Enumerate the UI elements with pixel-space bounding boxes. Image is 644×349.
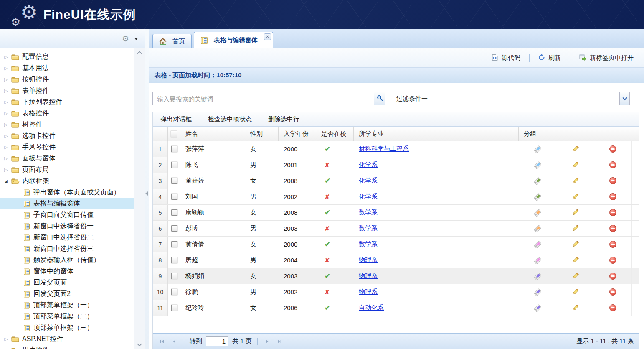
tab-close-icon[interactable]: ✕ bbox=[264, 33, 271, 40]
expand-arrow-icon[interactable]: ▷ bbox=[4, 54, 11, 60]
open-new-tab-button[interactable]: 新标签页中打开 bbox=[575, 52, 637, 64]
sidebar-subitem[interactable]: 弹出窗体（本页面或父页面） bbox=[0, 187, 134, 198]
delete-button[interactable] bbox=[609, 161, 616, 168]
edit-pencil-button[interactable] bbox=[571, 145, 579, 153]
scroll-up-icon[interactable] bbox=[137, 51, 142, 54]
delete-button[interactable] bbox=[609, 241, 616, 248]
expand-arrow-icon[interactable]: ▷ bbox=[4, 99, 11, 105]
delete-button[interactable] bbox=[609, 177, 616, 184]
next-page-button[interactable] bbox=[263, 337, 271, 346]
sidebar-subitem[interactable]: 顶部菜单框架（三） bbox=[0, 322, 134, 334]
row-checkbox[interactable] bbox=[171, 241, 177, 247]
sidebar-item[interactable]: ▷表格控件 bbox=[0, 108, 134, 119]
expand-arrow-icon[interactable]: ▷ bbox=[4, 167, 11, 173]
sidebar-item[interactable]: ▷页面布局 bbox=[0, 164, 134, 176]
grid-toolbar-button[interactable]: 删除选中行 bbox=[263, 114, 304, 125]
sidebar-item[interactable]: ▷下拉列表控件 bbox=[0, 97, 134, 108]
delete-button[interactable] bbox=[609, 209, 616, 216]
sidebar-subitem[interactable]: 窗体中的窗体 bbox=[0, 266, 134, 277]
expand-arrow-icon[interactable]: ▷ bbox=[4, 88, 11, 94]
delete-button[interactable] bbox=[609, 145, 616, 153]
major-link[interactable]: 物理系 bbox=[359, 272, 378, 280]
expand-arrow-icon[interactable]: ▷ bbox=[4, 133, 11, 139]
major-link[interactable]: 数学系 bbox=[359, 240, 378, 248]
scroll-down-icon[interactable] bbox=[137, 343, 142, 346]
row-checkbox[interactable] bbox=[171, 209, 177, 216]
sidebar-item[interactable]: ▷基本用法 bbox=[0, 63, 134, 74]
major-link[interactable]: 化学系 bbox=[359, 161, 378, 169]
sidebar-subitem[interactable]: 子窗口向父窗口传值 bbox=[0, 209, 134, 221]
major-link[interactable]: 数学系 bbox=[359, 224, 378, 232]
row-checkbox[interactable] bbox=[171, 178, 177, 184]
edit-pencil-button[interactable] bbox=[571, 288, 579, 296]
row-checkbox[interactable] bbox=[171, 273, 177, 279]
delete-button[interactable] bbox=[609, 273, 616, 280]
expand-arrow-icon[interactable]: ▷ bbox=[4, 111, 11, 116]
last-page-button[interactable] bbox=[275, 337, 284, 346]
row-checkbox[interactable] bbox=[171, 162, 177, 168]
edit-pencil-button[interactable] bbox=[571, 193, 579, 201]
sidebar-subitem[interactable]: 新窗口中选择省份三 bbox=[0, 243, 134, 255]
row-checkbox[interactable] bbox=[171, 146, 177, 152]
sidebar-subitem[interactable]: 表格与编辑窗体 bbox=[0, 198, 134, 209]
delete-button[interactable] bbox=[609, 304, 616, 311]
sidebar-item[interactable]: ▷选项卡控件 bbox=[0, 130, 134, 142]
grid-toolbar-button[interactable]: 弹出对话框 bbox=[155, 114, 197, 125]
sidebar-subitem[interactable]: 触发器输入框（传值） bbox=[0, 255, 134, 266]
edit-pencil-button[interactable] bbox=[571, 304, 579, 312]
sidebar-subitem[interactable]: 顶部菜单框架（二） bbox=[0, 311, 134, 322]
expand-arrow-icon[interactable]: ▷ bbox=[4, 66, 11, 71]
sidebar-item[interactable]: ▷配置信息 bbox=[0, 51, 134, 63]
sidebar-subitem[interactable]: 新窗口中选择省份一 bbox=[0, 221, 134, 232]
expand-arrow-icon[interactable]: ▷ bbox=[4, 156, 11, 161]
collapse-arrow-icon[interactable]: ◢ bbox=[4, 179, 11, 183]
page-number-input[interactable] bbox=[206, 336, 228, 346]
row-checkbox[interactable] bbox=[171, 257, 177, 263]
search-button[interactable] bbox=[374, 92, 385, 105]
major-link[interactable]: 材料科学与工程系 bbox=[359, 145, 409, 153]
prev-page-button[interactable] bbox=[170, 337, 178, 346]
chevron-down-icon[interactable] bbox=[619, 92, 629, 105]
row-checkbox[interactable] bbox=[171, 305, 177, 311]
sidebar-subitem[interactable]: 回发父页面2 bbox=[0, 288, 134, 300]
edit-pencil-button[interactable] bbox=[571, 161, 579, 169]
sidebar-item[interactable]: ▷手风琴控件 bbox=[0, 142, 134, 153]
source-code-button[interactable]: 源代码 bbox=[488, 52, 524, 64]
row-checkbox[interactable] bbox=[171, 289, 177, 295]
sidebar-subitem[interactable]: 回发父页面 bbox=[0, 277, 134, 288]
expand-arrow-icon[interactable]: ▷ bbox=[4, 77, 11, 82]
edit-pencil-button[interactable] bbox=[571, 240, 579, 248]
sidebar-subitem[interactable]: 顶部菜单框架（一） bbox=[0, 300, 134, 311]
delete-button[interactable] bbox=[609, 288, 616, 296]
major-link[interactable]: 物理系 bbox=[359, 256, 378, 264]
sidebar-item[interactable]: ▷ASP.NET控件 bbox=[0, 334, 134, 345]
delete-button[interactable] bbox=[609, 257, 616, 264]
sidebar-item[interactable]: ▷用户控件 bbox=[0, 345, 134, 349]
expand-arrow-icon[interactable]: ▷ bbox=[4, 336, 11, 342]
delete-button[interactable] bbox=[609, 225, 616, 232]
major-link[interactable]: 数学系 bbox=[359, 209, 378, 217]
tab-grid-edit-window[interactable]: 表格与编辑窗体 ✕ bbox=[194, 32, 273, 48]
delete-button[interactable] bbox=[609, 193, 616, 200]
select-all-checkbox[interactable] bbox=[171, 131, 177, 137]
refresh-button[interactable]: 刷新 bbox=[535, 52, 565, 64]
edit-pencil-button[interactable] bbox=[571, 224, 579, 232]
sidebar-subitem[interactable]: 新窗口中选择省份二 bbox=[0, 232, 134, 243]
row-checkbox[interactable] bbox=[171, 225, 177, 232]
expand-arrow-icon[interactable]: ▷ bbox=[4, 145, 11, 150]
sidebar-item[interactable]: ▷按钮控件 bbox=[0, 74, 134, 85]
filter-dropdown[interactable]: 过滤条件一 bbox=[392, 92, 630, 105]
major-link[interactable]: 物理系 bbox=[359, 288, 378, 296]
sidebar-item[interactable]: ▷表单控件 bbox=[0, 85, 134, 97]
sidebar-item[interactable]: ▷树控件 bbox=[0, 119, 134, 130]
edit-pencil-button[interactable] bbox=[571, 209, 579, 217]
sidebar-item[interactable]: ◢内联框架 bbox=[0, 176, 134, 187]
edit-pencil-button[interactable] bbox=[571, 177, 579, 185]
first-page-button[interactable] bbox=[158, 337, 166, 346]
edit-pencil-button[interactable] bbox=[571, 256, 579, 264]
chevron-down-icon[interactable] bbox=[134, 38, 138, 40]
sidebar-scrollbar[interactable] bbox=[134, 48, 145, 349]
gear-icon[interactable]: ⚙ bbox=[122, 34, 129, 43]
collapse-sidebar-icon[interactable] bbox=[145, 191, 148, 196]
panel-splitter[interactable] bbox=[145, 29, 149, 349]
